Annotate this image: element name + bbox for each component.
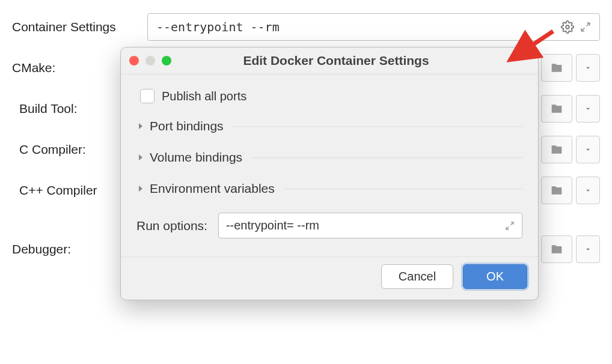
divider [252, 157, 522, 158]
port-bindings-label: Port bindings [150, 119, 224, 133]
cmake-browse-button[interactable] [541, 54, 572, 82]
svg-point-0 [566, 25, 569, 29]
debugger-dropdown-button[interactable] [576, 235, 600, 263]
env-vars-expander[interactable]: Environment variables [136, 181, 522, 196]
env-vars-label: Environment variables [150, 181, 275, 196]
dialog-footer: Cancel OK [121, 256, 538, 300]
divider [233, 126, 522, 127]
run-options-input[interactable]: --entrypoint= --rm [218, 213, 522, 238]
gear-icon[interactable] [561, 20, 574, 34]
close-icon[interactable] [129, 56, 139, 65]
dialog-title: Edit Docker Container Settings [142, 53, 530, 68]
container-settings-row: Container Settings --entrypoint --rm [12, 12, 600, 42]
run-options-value: --entrypoint= --rm [226, 219, 319, 232]
run-options-row: Run options: --entrypoint= --rm [136, 213, 522, 238]
c-compiler-browse-button[interactable] [541, 136, 572, 163]
chevron-right-icon [136, 185, 145, 192]
build-tool-dropdown-button[interactable] [576, 95, 600, 123]
cancel-button[interactable]: Cancel [381, 264, 453, 289]
publish-all-ports-row[interactable]: Publish all ports [140, 89, 522, 103]
cpp-compiler-dropdown-button[interactable] [576, 177, 600, 204]
port-bindings-expander[interactable]: Port bindings [136, 119, 522, 133]
build-tool-browse-button[interactable] [541, 95, 572, 123]
container-settings-label: Container Settings [12, 20, 147, 34]
volume-bindings-expander[interactable]: Volume bindings [136, 150, 522, 165]
expand-icon[interactable] [580, 22, 591, 32]
container-settings-input[interactable]: --entrypoint --rm [147, 13, 600, 41]
publish-all-ports-checkbox[interactable] [140, 89, 155, 103]
cpp-compiler-browse-button[interactable] [541, 177, 572, 204]
container-settings-value: --entrypoint --rm [156, 20, 280, 34]
volume-bindings-label: Volume bindings [150, 150, 242, 165]
edit-docker-settings-dialog: Edit Docker Container Settings Publish a… [120, 47, 539, 300]
run-options-label: Run options: [136, 219, 207, 233]
chevron-right-icon [136, 123, 145, 130]
publish-all-ports-label: Publish all ports [162, 89, 246, 103]
debugger-browse-button[interactable] [541, 235, 572, 263]
divider [284, 189, 522, 189]
c-compiler-dropdown-button[interactable] [576, 136, 600, 163]
chevron-right-icon [136, 154, 145, 161]
dialog-titlebar[interactable]: Edit Docker Container Settings [121, 47, 538, 74]
ok-button[interactable]: OK [463, 264, 527, 289]
expand-icon[interactable] [505, 221, 515, 231]
cmake-dropdown-button[interactable] [576, 54, 600, 82]
